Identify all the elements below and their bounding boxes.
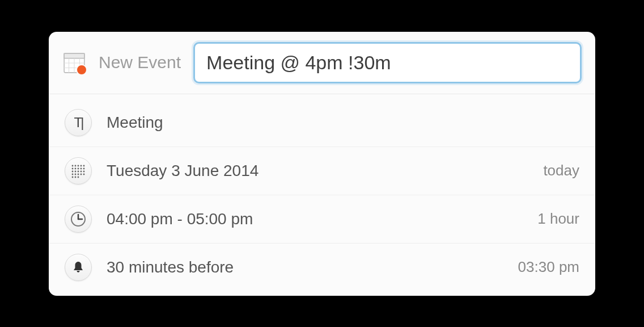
svg-point-12 [72, 167, 74, 169]
svg-point-28 [75, 176, 77, 178]
svg-rect-1 [64, 53, 84, 58]
svg-point-7 [72, 165, 74, 166]
title-value: Meeting [107, 114, 579, 132]
svg-point-11 [83, 165, 85, 166]
svg-point-27 [72, 176, 74, 178]
event-details-list: T| Meeting Tuesday 3 June 2014 today [49, 94, 595, 296]
svg-point-18 [75, 170, 77, 172]
svg-point-13 [75, 167, 77, 169]
event-title-input[interactable] [193, 42, 582, 83]
date-relative: today [543, 162, 579, 179]
text-cursor-icon: T| [65, 109, 92, 136]
svg-point-20 [80, 170, 82, 172]
new-event-label: New Event [99, 53, 181, 72]
svg-point-9 [78, 165, 79, 166]
calendar-grid-icon [65, 157, 92, 185]
svg-point-8 [75, 165, 77, 166]
svg-point-21 [83, 170, 85, 172]
time-value: 04:00 pm - 05:00 pm [107, 210, 523, 228]
time-row[interactable]: 04:00 pm - 05:00 pm 1 hour [49, 195, 595, 243]
svg-point-29 [78, 176, 79, 178]
calendar-color-dot [76, 64, 87, 76]
calendar-icon [62, 51, 86, 74]
svg-point-15 [80, 167, 82, 169]
new-event-panel: New Event T| Meeting Tuesday 3 June [49, 32, 595, 296]
alert-value: 30 minutes before [107, 258, 503, 276]
panel-header: New Event [49, 32, 595, 94]
alert-row[interactable]: 30 minutes before 03:30 pm [49, 243, 595, 291]
svg-point-24 [78, 173, 79, 175]
svg-point-10 [80, 165, 82, 166]
date-value: Tuesday 3 June 2014 [107, 162, 528, 180]
svg-point-19 [78, 170, 79, 172]
alert-time: 03:30 pm [518, 258, 579, 276]
svg-point-26 [83, 173, 85, 175]
date-row[interactable]: Tuesday 3 June 2014 today [49, 146, 595, 195]
bell-icon [65, 254, 92, 281]
title-row[interactable]: T| Meeting [49, 99, 595, 146]
svg-point-23 [75, 173, 77, 175]
svg-point-16 [83, 167, 85, 169]
svg-point-14 [78, 167, 79, 169]
svg-point-17 [72, 170, 74, 172]
svg-point-22 [72, 173, 74, 175]
clock-icon [65, 206, 92, 233]
svg-point-25 [80, 173, 82, 175]
time-duration: 1 hour [537, 210, 579, 228]
